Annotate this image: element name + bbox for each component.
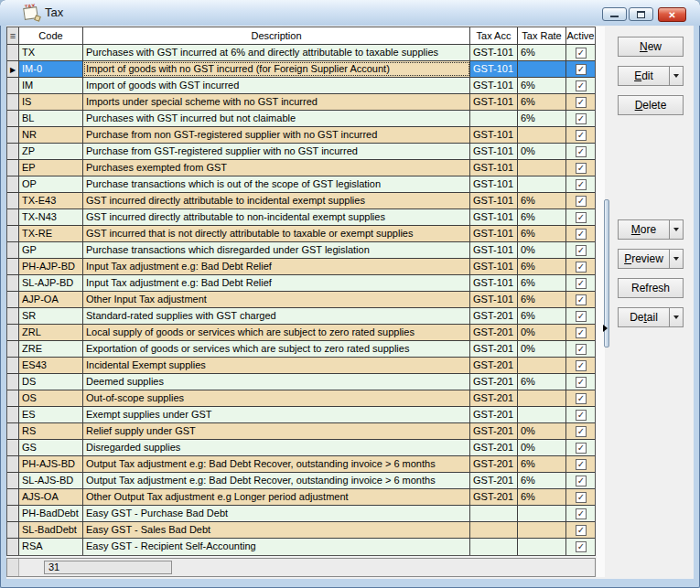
column-header-rate[interactable]: Tax Rate [518, 27, 566, 44]
active-checkbox[interactable]: ✓ [576, 360, 587, 371]
detail-dropdown-button[interactable] [669, 308, 683, 326]
active-checkbox[interactable]: ✓ [576, 212, 587, 223]
active-checkbox[interactable]: ✓ [576, 163, 587, 174]
table-row[interactable]: ES43Incidental Exempt suppliesGST-201✓ [7, 358, 595, 374]
cell-tax-rate[interactable]: 6% [518, 275, 566, 291]
cell-code[interactable]: OP [19, 176, 83, 192]
active-checkbox[interactable]: ✓ [576, 525, 587, 536]
cell-tax-rate[interactable]: 6% [518, 226, 566, 241]
cell-code[interactable]: TX-RE [19, 226, 83, 241]
table-row[interactable]: PH-AJP-BDInput Tax adjustment e.g: Bad D… [7, 259, 595, 275]
table-row[interactable]: ZRLLocal supply of goods or services whi… [7, 325, 595, 341]
cell-code[interactable]: IM-0 [19, 61, 83, 77]
cell-description[interactable]: Purchases exempted from GST [83, 160, 470, 176]
cell-tax-rate[interactable]: 0% [518, 144, 566, 159]
cell-description[interactable]: Import of goods with GST incurred [83, 78, 470, 93]
cell-code[interactable]: OS [19, 390, 83, 406]
cell-tax-acc[interactable]: GST-201 [470, 473, 518, 488]
cell-code[interactable]: EP [19, 160, 83, 176]
cell-tax-acc[interactable]: GST-101 [470, 209, 518, 225]
table-row[interactable]: IMImport of goods with GST incurredGST-1… [7, 78, 595, 94]
column-header-desc[interactable]: Description [83, 27, 470, 44]
active-checkbox[interactable]: ✓ [576, 476, 587, 486]
active-checkbox[interactable]: ✓ [576, 179, 587, 190]
refresh-button[interactable]: Refresh [618, 278, 684, 298]
active-checkbox[interactable]: ✓ [576, 113, 587, 124]
cell-tax-rate[interactable]: 6% [518, 456, 566, 472]
cell-description[interactable]: Easy GST - Recipient Self-Accounting [83, 539, 470, 555]
cell-description[interactable]: Easy GST - Sales Bad Debt [83, 522, 470, 538]
cell-tax-rate[interactable] [518, 160, 566, 176]
table-row[interactable]: OSOut-of-scope suppliesGST-201✓ [7, 390, 595, 407]
cell-tax-acc[interactable]: GST-101 [470, 176, 518, 192]
table-row[interactable]: OPPurchase transactions which is out of … [7, 176, 595, 193]
cell-tax-rate[interactable] [518, 61, 566, 77]
cell-description[interactable]: GST incurred directly attributable to no… [83, 209, 470, 225]
cell-tax-rate[interactable]: 6% [518, 78, 566, 93]
table-row[interactable]: ZREExportation of goods or services whic… [7, 341, 595, 358]
cell-tax-acc[interactable]: GST-201 [470, 390, 518, 406]
more-dropdown-button[interactable] [669, 220, 683, 239]
cell-tax-acc[interactable]: GST-201 [470, 440, 518, 455]
cell-tax-acc[interactable]: GST-101 [470, 61, 518, 77]
table-row[interactable]: TXPurchases with GST incurred at 6% and … [7, 45, 595, 61]
active-checkbox[interactable]: ✓ [576, 492, 587, 503]
cell-tax-acc[interactable]: GST-101 [470, 144, 518, 159]
active-checkbox[interactable]: ✓ [576, 393, 587, 404]
active-checkbox[interactable]: ✓ [576, 410, 587, 421]
cell-description[interactable]: Local supply of goods or services which … [83, 325, 470, 340]
cell-code[interactable]: DS [19, 374, 83, 390]
cell-description[interactable]: Disregarded supplies [83, 440, 470, 455]
cell-tax-acc[interactable]: GST-101 [470, 94, 518, 110]
table-row[interactable]: GSDisregarded suppliesGST-2010%✓ [7, 440, 595, 456]
title-bar[interactable]: TAX Tax ✕ [0, 0, 700, 26]
preview-dropdown-button[interactable] [669, 250, 683, 268]
active-checkbox[interactable]: ✓ [576, 377, 587, 388]
cell-code[interactable]: PH-AJS-BD [19, 456, 83, 472]
cell-description[interactable]: Purchase transactions which disregarded … [83, 242, 470, 258]
cell-tax-rate[interactable] [518, 506, 566, 521]
cell-description[interactable]: Exempt supplies under GST [83, 407, 470, 422]
maximize-button[interactable] [629, 7, 653, 21]
cell-tax-acc[interactable]: GST-101 [470, 45, 518, 60]
cell-code[interactable]: ZRE [19, 341, 83, 357]
cell-tax-acc[interactable]: GST-101 [470, 292, 518, 307]
cell-description[interactable]: Purchase from non GST-registered supplie… [83, 127, 470, 143]
cell-tax-acc[interactable]: GST-101 [470, 259, 518, 274]
detail-button[interactable]: Detail [618, 307, 684, 327]
active-checkbox[interactable]: ✓ [576, 130, 587, 141]
active-checkbox[interactable]: ✓ [576, 245, 587, 256]
edit-button[interactable]: Edit [618, 66, 684, 86]
cell-tax-acc[interactable]: GST-101 [470, 160, 518, 176]
cell-description[interactable]: GST incurred directly attributable to in… [83, 193, 470, 208]
cell-code[interactable]: ES43 [19, 358, 83, 373]
table-row[interactable]: PH-AJS-BDOutput Tax adjustment e.g: Bad … [7, 456, 595, 473]
cell-code[interactable]: AJS-OA [19, 489, 83, 505]
table-row[interactable]: ZPPurchase from GST-registered supplier … [7, 144, 595, 160]
table-row[interactable]: ESExempt supplies under GSTGST-201✓ [7, 407, 595, 423]
cell-tax-rate[interactable]: 6% [518, 111, 566, 126]
table-row[interactable]: RSRelief supply under GSTGST-2010%✓ [7, 423, 595, 440]
cell-tax-acc[interactable]: GST-101 [470, 226, 518, 241]
active-checkbox[interactable]: ✓ [576, 508, 587, 519]
edit-dropdown-button[interactable] [669, 67, 683, 85]
cell-code[interactable]: ZP [19, 144, 83, 159]
cell-tax-acc[interactable]: GST-201 [470, 358, 518, 373]
cell-tax-rate[interactable]: 6% [518, 94, 566, 110]
cell-tax-acc[interactable]: GST-201 [470, 489, 518, 505]
active-checkbox[interactable]: ✓ [576, 443, 587, 454]
cell-code[interactable]: TX-E43 [19, 193, 83, 208]
table-row[interactable]: BLPurchases with GST incurred but not cl… [7, 111, 595, 127]
active-checkbox[interactable]: ✓ [576, 278, 587, 289]
new-button[interactable]: New [618, 37, 684, 57]
column-header-active[interactable]: Active [566, 27, 595, 44]
column-header-acc[interactable]: Tax Acc [470, 27, 518, 44]
table-row[interactable]: SL-AJS-BDOutput Tax adjustment e.g: Bad … [7, 473, 595, 489]
cell-code[interactable]: SL-AJS-BD [19, 473, 83, 488]
cell-description[interactable]: Input Tax adjustment e.g: Bad Debt Relie… [83, 275, 470, 291]
cell-code[interactable]: GS [19, 440, 83, 455]
cell-tax-rate[interactable] [518, 390, 566, 406]
cell-tax-acc[interactable]: GST-201 [470, 308, 518, 324]
active-checkbox[interactable]: ✓ [576, 80, 587, 91]
cell-tax-rate[interactable]: 6% [518, 45, 566, 60]
